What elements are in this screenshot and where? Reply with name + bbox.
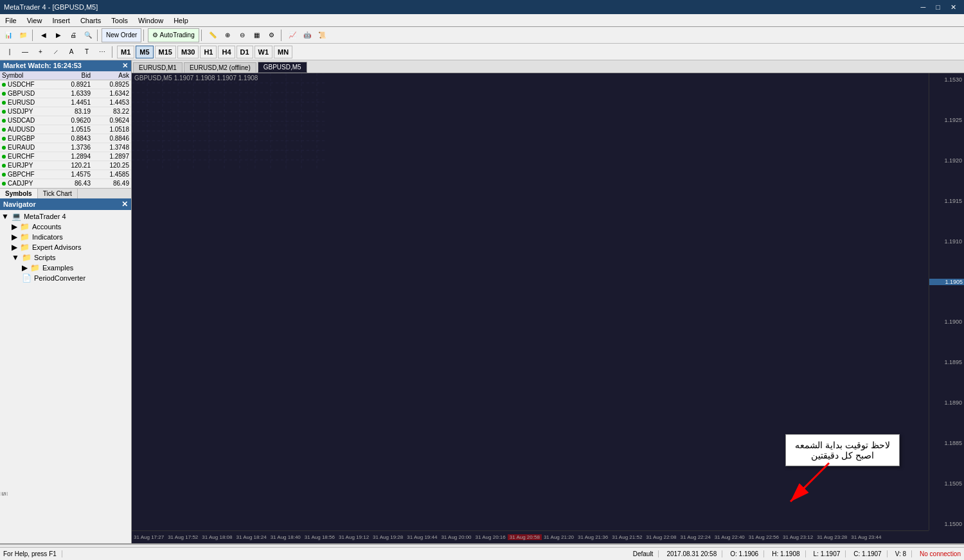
period-mn[interactable]: MN [274,46,292,58]
nav-item-scripts[interactable]: ▼ 📁 Scripts [12,252,130,263]
period-d1[interactable]: D1 [237,46,253,58]
time-16: 31 Aug 22:24 [679,534,713,540]
tab-symbols[interactable]: Symbols [0,189,38,198]
period-m5[interactable]: M5 [136,46,153,58]
nav-accounts-expand: ▶ [12,222,17,231]
chart-tab-gbpusd-m5[interactable]: GBPUSD,M5 [258,62,307,73]
market-watch: Market Watch: 16:24:53 ✕ Symbol Bid Ask … [0,60,131,198]
svg-line-174 [790,463,829,502]
mw-row-gbpusd[interactable]: GBPUSD 1.6339 1.6342 [0,89,131,98]
navigator-close[interactable]: ✕ [121,200,128,209]
menu-view[interactable]: View [22,14,48,27]
mw-row-usdcad[interactable]: USDCAD 0.9620 0.9624 [0,116,131,125]
title-bar: MetaTrader 4 - [GBPUSD,M5] ─ □ ✕ [0,0,964,14]
period-h1[interactable]: H1 [200,46,217,58]
forward-btn[interactable]: ▶ [51,28,66,42]
mw-row-euraud[interactable]: EURAUD 1.3736 1.3748 [0,143,131,152]
menu-file[interactable]: File [0,14,22,27]
nav-item-metatrader4[interactable]: ▼ 💻 MetaTrader 4 [1,211,130,222]
annotation-line1: لاحظ توقيت بداية الشمعه [795,440,890,450]
restore-button[interactable]: □ [932,1,944,13]
new-chart-btn[interactable]: 📊 [1,28,15,42]
col-bid: Bid [52,72,91,79]
dash-tool[interactable]: — [18,45,32,59]
chart-tab-eurusd-m1[interactable]: EURUSD,M1 [133,62,183,73]
zoom-in-btn[interactable]: ⊕ [220,28,235,42]
menu-tools[interactable]: Tools [106,14,133,27]
period-w1[interactable]: W1 [254,46,273,58]
auto-trading-btn[interactable]: ⚙ AutoTrading [148,28,199,42]
more-tool[interactable]: ⋯ [95,45,109,59]
print-prev-btn[interactable]: 🔍 [81,28,95,42]
nav-item-ea[interactable]: ▶ 📁 Expert Advisors [12,242,130,252]
accounts-folder-icon: 📁 [20,222,30,231]
back-btn[interactable]: ◀ [37,28,51,42]
time-20: 31 Aug 23:28 [815,534,849,540]
col-ask: Ask [91,72,129,79]
status-high: H: 1.1908 [772,550,805,557]
time-9: 31 Aug 20:00 [439,534,473,540]
time-19: 31 Aug 23:12 [781,534,815,540]
mw-row-usdjpy[interactable]: USDJPY 83.19 83.22 [0,107,131,116]
sep6 [112,46,114,58]
price-4: 1.1915 [929,198,964,204]
tab-tick-chart[interactable]: Tick Chart [38,189,78,198]
mw-row-eurjpy[interactable]: EURJPY 120.21 120.25 [0,161,131,170]
line-tool[interactable]: | [3,45,17,59]
new-order-btn[interactable]: New Order [102,28,141,42]
market-watch-time: 16:24:53 [53,62,82,69]
menu-window[interactable]: Window [133,14,168,27]
close-button[interactable]: ✕ [947,1,960,13]
nav-item-periodconverter[interactable]: 📄 PeriodConverter [22,273,130,283]
time-0: 31 Aug 17:27 [132,534,166,540]
line-studies-btn[interactable]: 📏 [206,28,220,42]
minimize-button[interactable]: ─ [917,1,930,13]
market-watch-header: Market Watch: 16:24:53 ✕ [0,60,131,71]
window-title: MetaTrader 4 - [GBPUSD,M5] [4,3,98,11]
mw-row-gbpchf[interactable]: GBPCHF 1.4575 1.4585 [0,170,131,179]
market-watch-close[interactable]: ✕ [122,62,128,70]
mw-row-audusd[interactable]: AUDUSD 1.0515 1.0518 [0,125,131,134]
mw-row-eurusd[interactable]: EURUSD 1.4451 1.4453 [0,98,131,107]
market-watch-tabs: Symbols Tick Chart [0,188,131,198]
ea-btn[interactable]: 🤖 [300,28,314,42]
ray-tool[interactable]: ⟋ [49,45,63,59]
nav-tree: ▼ 💻 MetaTrader 4 ▶ 📁 Accounts ▶ 📁 Indica… [0,210,131,284]
time-14: 31 Aug 21:52 [610,534,644,540]
period-h4[interactable]: H4 [218,46,235,58]
menu-bar: File View Insert Charts Tools Window Hel… [0,14,964,27]
time-scale: 31 Aug 17:27 31 Aug 17:52 31 Aug 18:08 3… [132,530,929,543]
chart-tab-eurusd-m2[interactable]: EURUSD,M2 (offline) [184,62,256,73]
period-m15[interactable]: M15 [155,46,176,58]
open-btn[interactable]: 📁 [16,28,30,42]
script-btn[interactable]: 📜 [315,28,329,42]
nav-item-examples[interactable]: ▶ 📁 Examples [22,263,130,273]
time-4: 31 Aug 18:40 [269,534,303,540]
prop-btn[interactable]: ⚙ [265,28,279,42]
sep2 [97,30,100,41]
time-18: 31 Aug 22:56 [747,534,781,540]
mw-row-usdchf[interactable]: USDCHF 0.8921 0.8925 [0,80,131,89]
indicators-btn[interactable]: 📈 [285,28,299,42]
mw-row-eurchf[interactable]: EURCHF 1.2894 1.2897 [0,152,131,161]
status-datetime: 2017.08.31 20:58 [666,550,722,557]
period-m30[interactable]: M30 [177,46,199,58]
menu-insert[interactable]: Insert [47,14,75,27]
market-watch-col-header: Symbol Bid Ask [0,71,131,80]
zoom-out-btn[interactable]: ⊖ [235,28,249,42]
chart-canvas[interactable]: GBPUSD,M5 1.1907 1.1908 1.1907 1.1908 [132,73,964,543]
cross-tool[interactable]: + [33,45,48,59]
nav-label-ea: Expert Advisors [32,243,81,251]
menu-charts[interactable]: Charts [75,14,106,27]
nav-item-accounts[interactable]: ▶ 📁 Accounts [12,222,130,232]
nav-item-indicators[interactable]: ▶ 📁 Indicators [12,232,130,242]
mw-row-eurgbp[interactable]: EURGBP 0.8843 0.8846 [0,134,131,143]
arr-tool[interactable]: A [64,45,78,59]
period-m1[interactable]: M1 [117,46,134,58]
chart-type-btn[interactable]: ▦ [250,28,264,42]
text-tool[interactable]: T [80,45,94,59]
sep5 [281,30,283,41]
mw-row-cadjpy[interactable]: CADJPY 86.43 86.49 [0,179,131,188]
menu-help[interactable]: Help [168,14,193,27]
print-btn[interactable]: 🖨 [66,28,80,42]
